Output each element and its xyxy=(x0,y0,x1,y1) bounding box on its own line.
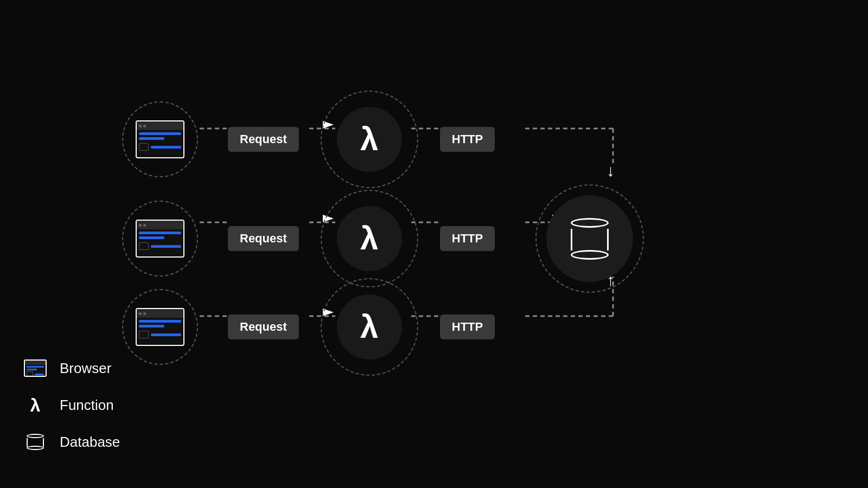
legend-lambda-icon: λ xyxy=(22,391,49,419)
browser-circle-2 xyxy=(122,201,198,277)
db-outer-circle xyxy=(535,184,644,293)
request-badge-1: Request xyxy=(228,127,299,152)
browser-icon-2 xyxy=(136,220,184,258)
http-badge-2: HTTP xyxy=(440,226,495,251)
legend-label-browser: Browser xyxy=(60,360,111,377)
browser-icon-3 xyxy=(136,308,184,346)
lambda-outer-3: λ xyxy=(321,278,418,376)
lambda-symbol-1: λ xyxy=(360,123,378,156)
legend-item-browser: Browser xyxy=(22,355,120,382)
db-circle xyxy=(546,195,633,282)
legend-item-database: Database xyxy=(22,428,120,455)
diagram-container: Request λ HTTP ↓ xyxy=(0,0,868,488)
arrow-down-1: ↓ xyxy=(607,162,615,180)
request-badge-2: Request xyxy=(228,226,299,251)
http-badge-1: HTTP xyxy=(440,127,495,152)
browser-circle-1 xyxy=(122,101,198,177)
legend-database-icon xyxy=(22,428,49,455)
lambda-outer-2: λ xyxy=(321,190,418,287)
database-icon xyxy=(571,218,609,260)
row-1: Request λ HTTP xyxy=(122,91,495,188)
lambda-outer-1: λ xyxy=(321,91,418,188)
legend-item-function: λ Function xyxy=(22,391,120,419)
lambda-circle-1: λ xyxy=(337,107,402,172)
legend-browser-icon xyxy=(22,355,49,382)
row-2: Request λ HTTP xyxy=(122,184,644,293)
row-3: Request λ HTTP xyxy=(122,278,495,376)
lambda-symbol-3: λ xyxy=(360,311,378,343)
lambda-symbol-2: λ xyxy=(360,222,378,255)
arrow-up-3: ↑ xyxy=(607,271,615,290)
legend: Browser λ Function Database xyxy=(22,355,120,455)
lambda-circle-2: λ xyxy=(337,206,402,271)
request-badge-3: Request xyxy=(228,314,299,339)
http-badge-3: HTTP xyxy=(440,314,495,339)
browser-circle-3 xyxy=(122,289,198,365)
legend-label-database: Database xyxy=(60,434,120,451)
lambda-circle-3: λ xyxy=(337,294,402,359)
browser-icon-1 xyxy=(136,120,184,158)
legend-label-function: Function xyxy=(60,397,114,414)
